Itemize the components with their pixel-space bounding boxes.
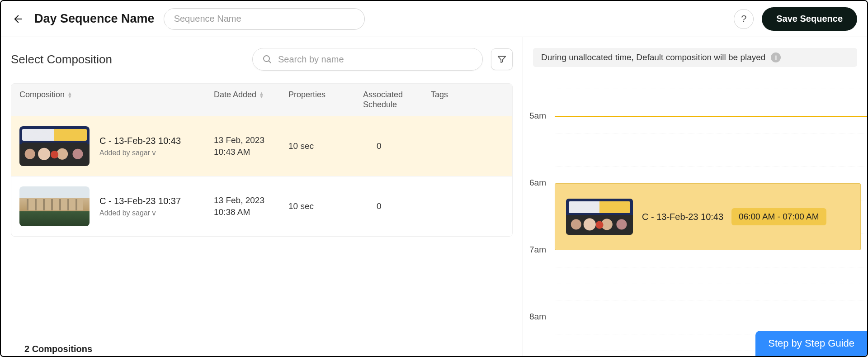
timeline[interactable]: 5am 6am C - 13-Feb-23 10:43 06:00 AM - 0…	[523, 80, 867, 356]
hour-label: 5am	[529, 111, 546, 121]
search-field-wrap[interactable]	[252, 48, 483, 71]
sort-icon: ▲▼	[259, 92, 264, 98]
col-header-properties: Properties	[288, 90, 363, 109]
col-header-tags: Tags	[431, 90, 504, 109]
composition-name: C - 13-Feb-23 10:43	[99, 136, 181, 146]
step-by-step-guide-button[interactable]: Step by Step Guide	[755, 331, 867, 356]
filter-button[interactable]	[491, 48, 513, 70]
header: Day Sequence Name ? Save Sequence	[1, 1, 867, 37]
main: Select Composition Composition▲▼ Date Ad…	[1, 37, 867, 356]
help-button[interactable]: ?	[734, 9, 754, 29]
cell-date-added: 13 Feb, 202310:38 AM	[214, 195, 288, 219]
col-header-date-added[interactable]: Date Added▲▼	[214, 90, 288, 109]
svg-line-1	[269, 61, 271, 63]
composition-added-by: Added by sagar v	[99, 149, 181, 157]
hour-row: 7am	[523, 250, 867, 317]
scheduled-event[interactable]: C - 13-Feb-23 10:43 06:00 AM - 07:00 AM	[555, 183, 861, 250]
cell-properties: 10 sec	[288, 201, 363, 211]
cell-associated-schedule: 0	[363, 141, 431, 151]
timeline-pane: During unallocated time, Default composi…	[523, 37, 867, 356]
cell-associated-schedule: 0	[363, 201, 431, 211]
hour-row: 6am C - 13-Feb-23 10:43 06:00 AM - 07:00…	[523, 183, 867, 250]
hour-label: 8am	[529, 312, 546, 322]
sequence-name-input[interactable]	[164, 8, 365, 30]
hour-row: 5am	[523, 116, 867, 183]
page-title: Day Sequence Name	[34, 12, 155, 26]
cell-date-added: 13 Feb, 202310:43 AM	[214, 134, 288, 158]
composition-count: 2 Compositions	[11, 339, 106, 356]
table-header: Composition▲▼ Date Added▲▼ Properties As…	[11, 84, 512, 116]
hour-label: 6am	[529, 178, 546, 188]
back-button[interactable]	[11, 12, 25, 26]
col-header-associated-schedule: Associated Schedule	[363, 90, 431, 109]
info-icon: i	[771, 52, 781, 62]
hour-label: 7am	[529, 245, 546, 255]
search-input[interactable]	[278, 54, 473, 65]
composition-name: C - 13-Feb-23 10:37	[99, 196, 181, 206]
event-name: C - 13-Feb-23 10:43	[642, 212, 723, 222]
composition-thumbnail	[19, 126, 90, 166]
composition-list-pane: Select Composition Composition▲▼ Date Ad…	[1, 37, 523, 356]
search-icon	[262, 54, 273, 65]
select-composition-title: Select Composition	[11, 52, 112, 67]
sort-icon: ▲▼	[67, 92, 72, 98]
hour-row-pre	[523, 80, 867, 116]
left-toolbar: Select Composition	[11, 48, 513, 71]
col-header-composition[interactable]: Composition▲▼	[19, 90, 214, 109]
table-row[interactable]: C - 13-Feb-23 10:43Added by sagar v13 Fe…	[11, 116, 512, 176]
cell-properties: 10 sec	[288, 141, 363, 151]
composition-added-by: Added by sagar v	[99, 209, 181, 217]
composition-table: Composition▲▼ Date Added▲▼ Properties As…	[11, 83, 513, 237]
unallocated-info-banner: During unallocated time, Default composi…	[533, 48, 857, 67]
event-time-badge: 06:00 AM - 07:00 AM	[731, 208, 826, 225]
table-row[interactable]: C - 13-Feb-23 10:37Added by sagar v13 Fe…	[11, 176, 512, 236]
composition-thumbnail	[19, 186, 90, 226]
info-banner-text: During unallocated time, Default composi…	[541, 52, 765, 62]
arrow-left-icon	[12, 13, 24, 25]
filter-icon	[497, 54, 507, 64]
event-thumbnail	[566, 199, 633, 235]
save-sequence-button[interactable]: Save Sequence	[762, 7, 857, 31]
